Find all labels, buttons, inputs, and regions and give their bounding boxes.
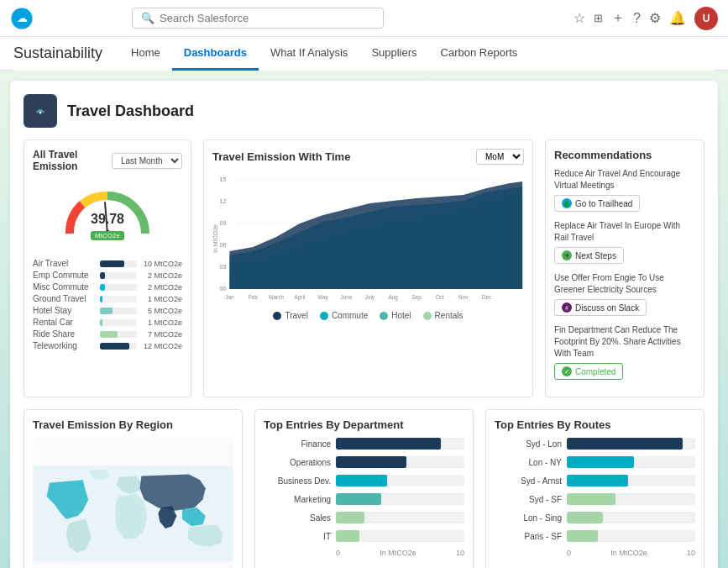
svg-text:09: 09 bbox=[219, 219, 226, 227]
dept-chart-rows: Finance Operations Business Dev. Marketi… bbox=[264, 438, 464, 542]
bottom-section: Travel Emission By Region bbox=[24, 409, 704, 568]
chart-title: Travel Emission With Time bbox=[212, 150, 350, 163]
emissions-panel: All Travel Emission Last Month bbox=[24, 139, 191, 397]
svg-text:July: July bbox=[365, 294, 375, 301]
emission-row-rental: Rental Car 1 MtCO2e bbox=[33, 318, 182, 327]
svg-text:June: June bbox=[340, 294, 352, 300]
discuss-slack-button[interactable]: # Discuss on Slack bbox=[554, 299, 647, 316]
completed-button[interactable]: ✓ Completed bbox=[554, 363, 623, 380]
svg-text:00: 00 bbox=[219, 285, 226, 292]
svg-marker-22 bbox=[229, 181, 522, 289]
emission-row-airtravel: Air Travel 10 MtCO2e bbox=[33, 259, 182, 268]
legend-hotel: Hotel bbox=[380, 311, 411, 320]
reco-item-4: Fin Department Can Reduce The Footprint … bbox=[554, 324, 695, 380]
emission-row-empcommute: Emp Commute 2 MtCO2e bbox=[33, 271, 182, 280]
emission-row-hotel: Hotel Stay 5 MtCO2e bbox=[33, 306, 182, 315]
gauge-container: 39.78 MtCO2e bbox=[33, 179, 182, 242]
dashboard-header: Travel Dashboard bbox=[24, 94, 704, 128]
period-select[interactable]: Last Month bbox=[112, 153, 182, 169]
routes-bar-sydlon: Syd - Lon bbox=[495, 438, 695, 450]
routes-bar-sydsf: Syd - SF bbox=[495, 493, 695, 505]
top-bar: ☁ 🔍 ☆ ⊞ ＋ ? ⚙ 🔔 U bbox=[0, 0, 728, 37]
dept-bar-it: IT bbox=[264, 530, 464, 542]
map-container bbox=[33, 438, 233, 568]
reco-item-3: Use Offer From Engie To Use Greener Elec… bbox=[554, 272, 695, 316]
nav-item-suppliers[interactable]: Suppliers bbox=[359, 37, 428, 71]
reco-item-1: Reduce Air Travel And Encourage Virtual … bbox=[554, 168, 695, 212]
emission-rows: Air Travel 10 MtCO2e Emp Commute 2 MtCO2… bbox=[33, 259, 182, 350]
recommendations-panel: Recommendations Reduce Air Travel And En… bbox=[545, 139, 704, 397]
map-title: Travel Emission By Region bbox=[33, 418, 233, 431]
routes-bar-lonny: Lon - NY bbox=[495, 456, 695, 468]
chart-period-select[interactable]: MoM bbox=[476, 149, 524, 165]
completed-icon: ✓ bbox=[562, 366, 572, 376]
next-steps-icon: ✈ bbox=[562, 250, 572, 260]
three-columns: All Travel Emission Last Month bbox=[24, 139, 704, 397]
svg-text:12: 12 bbox=[219, 197, 226, 205]
gear-icon[interactable]: ⚙ bbox=[649, 10, 661, 26]
nav-item-whatif[interactable]: What If Analysis bbox=[259, 37, 359, 71]
bell-icon[interactable]: 🔔 bbox=[669, 10, 686, 26]
avatar[interactable]: U bbox=[694, 7, 718, 30]
add-icon[interactable]: ＋ bbox=[611, 9, 625, 27]
emission-row-ground: Ground Travel 1 MtCO2e bbox=[33, 294, 182, 303]
nav-item-carbon-reports[interactable]: Carbon Reports bbox=[429, 37, 530, 71]
gauge-value: 39.78 bbox=[91, 212, 124, 227]
dept-bar-sales: Sales bbox=[264, 512, 464, 523]
svg-text:06: 06 bbox=[219, 241, 226, 249]
chart-legend: Travel Commute Hotel Rentals bbox=[212, 311, 524, 320]
app-logo: ☁ bbox=[10, 7, 34, 30]
nav-item-dashboards[interactable]: Dashboards bbox=[172, 37, 259, 71]
routes-chart-axis: 0 In MtCO2e 10 bbox=[495, 549, 695, 557]
go-to-trailhead-button[interactable]: 🌲 Go to Trailhead bbox=[554, 195, 640, 212]
svg-text:03: 03 bbox=[219, 263, 226, 271]
reco-item-2: Replace Air Travel In Europe With Rail T… bbox=[554, 220, 695, 264]
svg-point-3 bbox=[39, 112, 42, 114]
emission-row-misccommute: Misc Commute 2 MtCO2e bbox=[33, 282, 182, 292]
svg-text:Nov: Nov bbox=[458, 294, 469, 300]
dept-bar-operations: Operations bbox=[264, 456, 464, 468]
routes-bar-lonsing: Lon - Sing bbox=[495, 512, 695, 523]
svg-text:In MtCO2e: In MtCO2e bbox=[212, 224, 218, 253]
dept-chart-title: Top Entries By Department bbox=[264, 418, 464, 431]
legend-commute: Commute bbox=[320, 311, 368, 320]
star-icon[interactable]: ☆ bbox=[573, 10, 585, 26]
dept-bar-marketing: Marketing bbox=[264, 493, 464, 505]
time-chart-svg: 15 12 09 06 03 00 In MtCO2e bbox=[212, 171, 524, 306]
nav-item-home[interactable]: Home bbox=[119, 37, 172, 71]
routes-chart-rows: Syd - Lon Lon - NY Syd - Arnst Syd - SF bbox=[495, 438, 695, 542]
search-input[interactable] bbox=[160, 12, 374, 24]
gauge-unit: MtCO2e bbox=[91, 231, 124, 240]
svg-text:Sep: Sep bbox=[411, 294, 422, 301]
routes-bar-parissf: Paris - SF bbox=[495, 530, 695, 542]
search-bar[interactable]: 🔍 bbox=[132, 8, 384, 29]
svg-text:Feb: Feb bbox=[249, 294, 258, 300]
dept-chart-panel: Top Entries By Department Finance Operat… bbox=[254, 409, 474, 568]
trailhead-icon: 🌲 bbox=[562, 198, 572, 208]
dept-chart-axis: 0 In MtCO2e 10 bbox=[264, 549, 464, 557]
svg-text:☁: ☁ bbox=[17, 13, 28, 24]
help-icon[interactable]: ? bbox=[633, 11, 641, 26]
recommendations-title: Recommendations bbox=[554, 149, 695, 161]
dashboard-title: Travel Dashboard bbox=[67, 103, 194, 120]
dashboard-icon bbox=[24, 94, 57, 128]
svg-text:May: May bbox=[318, 294, 329, 301]
emission-row-tele: Teleworking 12 MtCO2e bbox=[33, 341, 182, 350]
chart-area: 15 12 09 06 03 00 In MtCO2e bbox=[212, 171, 524, 306]
top-icons: ☆ ⊞ ＋ ? ⚙ 🔔 U bbox=[573, 7, 718, 30]
svg-text:March: March bbox=[269, 294, 284, 300]
dept-bar-finance: Finance bbox=[264, 438, 464, 450]
waffle-icon[interactable]: ⊞ bbox=[594, 12, 603, 24]
svg-text:Oct: Oct bbox=[436, 294, 444, 300]
emission-row-ride: Ride Share 7 MtCO2e bbox=[33, 329, 182, 339]
nav-bar: Sustainability Home Dashboards What If A… bbox=[0, 37, 728, 71]
svg-text:Jan: Jan bbox=[225, 294, 234, 300]
search-icon: 🔍 bbox=[141, 12, 155, 24]
next-steps-button[interactable]: ✈ Next Steps bbox=[554, 247, 624, 264]
routes-chart-panel: Top Entries By Routes Syd - Lon Lon - NY… bbox=[485, 409, 704, 568]
app-name: Sustainability bbox=[13, 45, 102, 62]
legend-travel: Travel bbox=[273, 311, 307, 320]
svg-text:Dec: Dec bbox=[482, 294, 492, 300]
routes-chart-title: Top Entries By Routes bbox=[495, 418, 695, 431]
legend-rentals: Rentals bbox=[423, 311, 464, 320]
